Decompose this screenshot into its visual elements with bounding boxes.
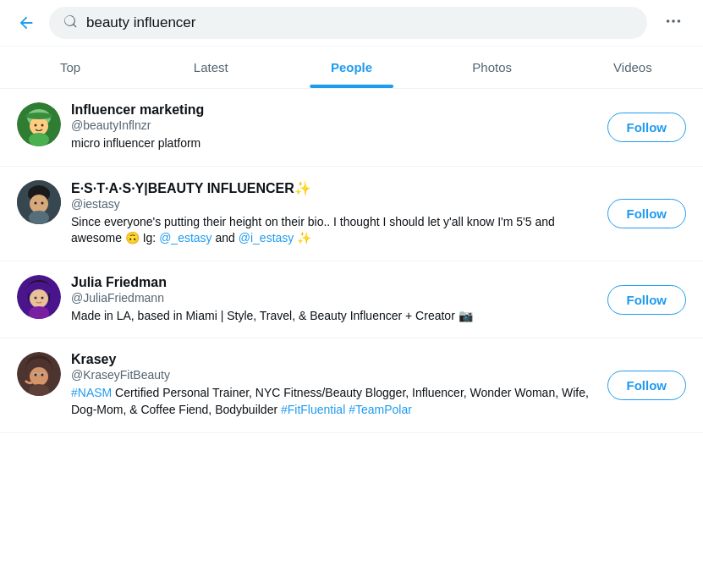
back-button[interactable] [14, 10, 39, 36]
person-bio: micro influencer platform [71, 135, 597, 152]
svg-point-8 [25, 113, 52, 119]
avatar [17, 180, 61, 224]
svg-point-13 [35, 201, 37, 204]
person-card: Krasey @KraseyFitBeauty #NASM Certified … [0, 338, 703, 432]
person-info: E·S·T·A·S·Y|BEAUTY INFLUENCER✨ @iestasy … [71, 180, 597, 247]
person-bio: Since everyone's putting their height on… [71, 214, 597, 247]
person-name: Julia Friedman [71, 275, 167, 290]
tab-videos[interactable]: Videos [563, 47, 703, 88]
svg-point-2 [678, 19, 681, 23]
person-card: Influencer marketing @beautyInflnzr micr… [0, 89, 703, 167]
person-card: Julia Friedman @JuliaFriedmann Made in L… [0, 261, 703, 339]
svg-point-12 [30, 195, 48, 213]
person-info: Krasey @KraseyFitBeauty #NASM Certified … [71, 352, 597, 418]
follow-button[interactable]: Follow [607, 371, 687, 400]
person-info: Julia Friedman @JuliaFriedmann Made in L… [71, 275, 597, 325]
header [0, 0, 703, 47]
avatar [17, 102, 61, 146]
svg-point-25 [35, 374, 37, 376]
svg-point-19 [41, 296, 44, 299]
person-card: E·S·T·A·S·Y|BEAUTY INFLUENCER✨ @iestasy … [0, 167, 703, 261]
tabs-bar: Top Latest People Photos Videos [0, 47, 703, 89]
tab-top[interactable]: Top [0, 47, 140, 88]
person-name: E·S·T·A·S·Y|BEAUTY INFLUENCER✨ [71, 180, 311, 196]
svg-point-1 [672, 19, 675, 23]
svg-point-17 [30, 289, 48, 308]
svg-point-6 [35, 124, 37, 127]
more-options-button[interactable] [657, 8, 689, 38]
person-info: Influencer marketing @beautyInflnzr micr… [71, 102, 597, 152]
person-name: Influencer marketing [71, 102, 204, 118]
svg-point-26 [41, 374, 44, 376]
tab-photos[interactable]: Photos [422, 47, 563, 88]
svg-point-9 [29, 133, 49, 146]
svg-point-7 [41, 124, 44, 127]
person-handle: @KraseyFitBeauty [71, 368, 597, 382]
follow-button[interactable]: Follow [607, 113, 687, 142]
person-name: Krasey [71, 352, 116, 367]
person-handle: @JuliaFriedmann [71, 291, 597, 305]
person-bio: #NASM Certified Personal Trainer, NYC Fi… [71, 385, 597, 418]
svg-point-0 [667, 19, 670, 23]
avatar [17, 352, 61, 396]
avatar [17, 275, 61, 319]
search-bar [49, 7, 647, 39]
person-bio: Made in LA, based in Miami | Style, Trav… [71, 308, 597, 325]
search-input[interactable] [86, 14, 634, 31]
search-icon [63, 14, 78, 32]
svg-point-18 [35, 296, 37, 299]
tab-latest[interactable]: Latest [140, 47, 281, 88]
follow-button[interactable]: Follow [607, 199, 687, 228]
svg-point-15 [29, 211, 49, 224]
follow-button[interactable]: Follow [607, 285, 687, 315]
svg-point-5 [30, 117, 48, 135]
person-handle: @iestasy [71, 197, 597, 211]
svg-point-14 [41, 201, 44, 204]
person-handle: @beautyInflnzr [71, 118, 597, 132]
tab-people[interactable]: People [281, 47, 421, 88]
